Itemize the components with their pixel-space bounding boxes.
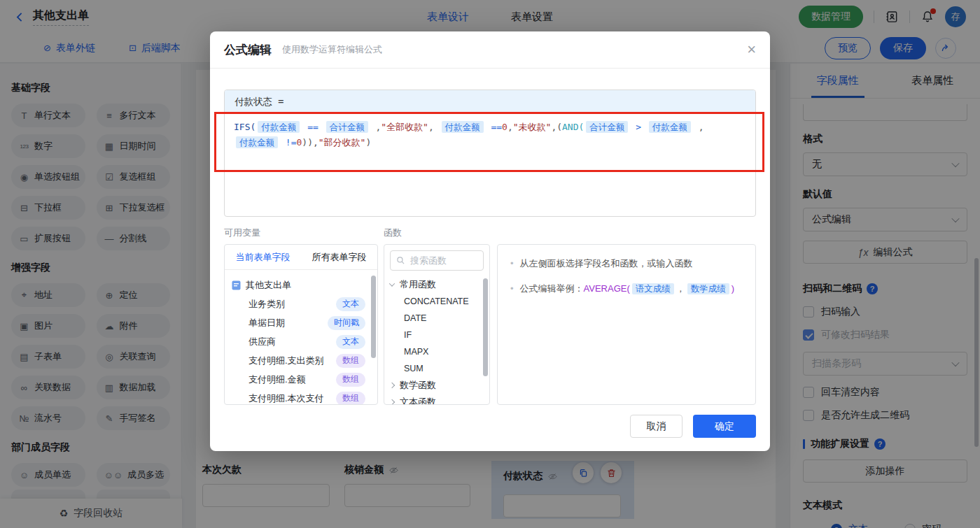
confirm-button[interactable]: 确定 [693, 415, 756, 438]
formula-field-token: 付款金额 [258, 121, 300, 133]
cancel-button[interactable]: 取消 [630, 415, 682, 438]
formula-token: , [428, 122, 440, 132]
function-item[interactable]: IF [390, 327, 484, 343]
formula-token: "未收款" [513, 122, 552, 132]
form-root-row[interactable]: 其他支出单 [232, 276, 374, 294]
function-group[interactable]: 文本函数 [390, 394, 484, 405]
formula-code[interactable]: IFS(付款金额 == 合计金额 ,"全部收款", 付款金额 ==0,"未收款"… [225, 113, 755, 157]
modal-footer: 取消 确定 [630, 415, 756, 438]
formula-token: "全部收款" [381, 122, 428, 132]
variable-type-badge: 时间戳 [328, 316, 365, 330]
formula-token: )), [302, 137, 318, 148]
formula-target: 付款状态 = [225, 90, 755, 113]
variable-type-badge: 文本 [336, 297, 365, 311]
formula-token: == [302, 122, 323, 132]
modal-panels: 可用变量 当前表单字段 所有表单字段 其他支出单 业务类别文本单据日期时间戳供应… [224, 227, 756, 405]
formula-token: IFS( [234, 122, 255, 132]
formula-token: 从左侧面板选择字段名和函数，或输入函数 [520, 258, 693, 269]
modal-subtitle: 使用数学运算符编辑公式 [282, 43, 382, 56]
function-item[interactable]: DATE [390, 310, 484, 327]
formula-token: , [370, 122, 382, 132]
bullet-dot: • [510, 256, 514, 271]
formula-token: 公式编辑举例： [520, 283, 584, 294]
variable-name: 供应商 [248, 336, 336, 348]
tab-all-form-fields[interactable]: 所有表单字段 [301, 251, 377, 264]
close-icon[interactable]: × [747, 42, 756, 57]
formula-field-token: 付款金额 [442, 121, 484, 133]
formula-token: 0 [502, 122, 507, 132]
scrollbar-thumb[interactable] [483, 278, 488, 376]
variable-row[interactable]: 支付明细.支出类别数组 [232, 351, 374, 370]
variable-row[interactable]: 供应商文本 [232, 332, 374, 351]
modal-body: 付款状态 = IFS(付款金额 == 合计金额 ,"全部收款", 付款金额 ==… [210, 90, 770, 405]
formula-token: , [507, 122, 513, 132]
function-item[interactable]: MAPX [390, 343, 484, 360]
variable-type-badge: 数组 [336, 373, 365, 387]
document-icon [232, 280, 241, 290]
variable-name: 业务类别 [248, 298, 336, 311]
variables-panel: 当前表单字段 所有表单字段 其他支出单 业务类别文本单据日期时间戳供应商文本支付… [224, 244, 378, 405]
variable-row[interactable]: 业务类别文本 [232, 294, 374, 313]
formula-token: ) [732, 283, 734, 294]
modal-title: 公式编辑 [224, 42, 272, 58]
variable-type-badge: 数组 [336, 392, 365, 406]
formula-token: == [486, 122, 502, 132]
help-spacer [497, 227, 756, 240]
bullet-dot: • [510, 281, 514, 297]
function-item[interactable]: SUM [390, 360, 484, 377]
modal-header: 公式编辑 使用数学运算符编辑公式 × [210, 31, 770, 69]
variables-tabs: 当前表单字段 所有表单字段 [225, 245, 377, 270]
search-icon [396, 256, 405, 265]
function-group-label: 常用函数 [400, 278, 436, 291]
function-search-placeholder: 搜索函数 [410, 255, 447, 267]
variables-list: 其他支出单 业务类别文本单据日期时间戳供应商文本支付明细.支出类别数组支付明细.… [225, 270, 377, 405]
formula-field-token: 合计金额 [586, 121, 628, 133]
variables-label: 可用变量 [224, 227, 378, 240]
variable-name: 支付明细.支出类别 [248, 355, 336, 367]
help-bullet: •公式编辑举例：AVERAGE(语文成绩，数学成绩) [510, 281, 744, 297]
function-group-label: 文本函数 [400, 396, 436, 405]
function-group[interactable]: 数学函数 [390, 377, 484, 394]
scrollbar-thumb[interactable] [371, 276, 376, 358]
formula-token: AND( [562, 122, 584, 132]
function-search-input[interactable]: 搜索函数 [390, 250, 484, 271]
variable-type-badge: 数组 [336, 354, 365, 368]
formula-field-token: 合计金额 [326, 121, 368, 133]
variable-name: 单据日期 [248, 317, 328, 329]
screen: 其他支出单 表单设计 表单设置 数据管理 存 ⊘表单外链⊡后端脚本▥数据权 预览… [0, 0, 980, 528]
formula-token: , [693, 122, 704, 132]
formula-editor-box[interactable]: 付款状态 = IFS(付款金额 == 合计金额 ,"全部收款", 付款金额 ==… [224, 90, 756, 217]
formula-field-token: 付款金额 [236, 136, 278, 148]
function-group-label: 数学函数 [400, 379, 436, 392]
chevron-right-icon [389, 399, 395, 405]
variable-row[interactable]: 支付明细.金额数组 [232, 370, 374, 389]
tab-current-form-fields[interactable]: 当前表单字段 [225, 251, 301, 264]
functions-panel: 搜索函数 常用函数CONCATENATEDATEIFMAPXSUM数学函数文本函… [384, 244, 490, 405]
formula-token: "部分收款" [318, 137, 366, 148]
help-panel: •从左侧面板选择字段名和函数，或输入函数•公式编辑举例：AVERAGE(语文成绩… [497, 244, 756, 405]
formula-field-token: 语文成绩 [632, 283, 674, 294]
formula-token: ,( [551, 122, 562, 132]
functions-list: 常用函数CONCATENATEDATEIFMAPXSUM数学函数文本函数 [384, 276, 489, 405]
variable-row[interactable]: 支付明细.本次支付数组 [232, 389, 374, 405]
variable-row[interactable]: 单据日期时间戳 [232, 313, 374, 332]
help-bullet: •从左侧面板选择字段名和函数，或输入函数 [510, 256, 744, 271]
variable-name: 支付明细.金额 [248, 373, 336, 386]
chevron-right-icon [389, 383, 395, 388]
function-group[interactable]: 常用函数 [390, 276, 484, 293]
help-bullet-text: 从左侧面板选择字段名和函数，或输入函数 [520, 256, 693, 271]
formula-field-token: 数学成绩 [687, 283, 729, 294]
chevron-down-icon [389, 280, 395, 286]
formula-token: ， [676, 283, 685, 294]
functions-label: 函数 [384, 227, 490, 240]
help-bullet-text: 公式编辑举例：AVERAGE(语文成绩，数学成绩) [520, 281, 735, 297]
formula-token: ) [365, 137, 371, 148]
function-item[interactable]: CONCATENATE [390, 293, 484, 310]
formula-token: != [280, 137, 296, 148]
formula-editor-modal: 公式编辑 使用数学运算符编辑公式 × 付款状态 = IFS(付款金额 == 合计… [210, 31, 770, 451]
formula-token: AVERAGE( [584, 283, 630, 294]
variable-type-badge: 文本 [336, 335, 365, 349]
formula-token: > [630, 122, 646, 132]
form-root-label: 其他支出单 [246, 279, 291, 292]
formula-field-token: 付款金额 [649, 121, 691, 133]
